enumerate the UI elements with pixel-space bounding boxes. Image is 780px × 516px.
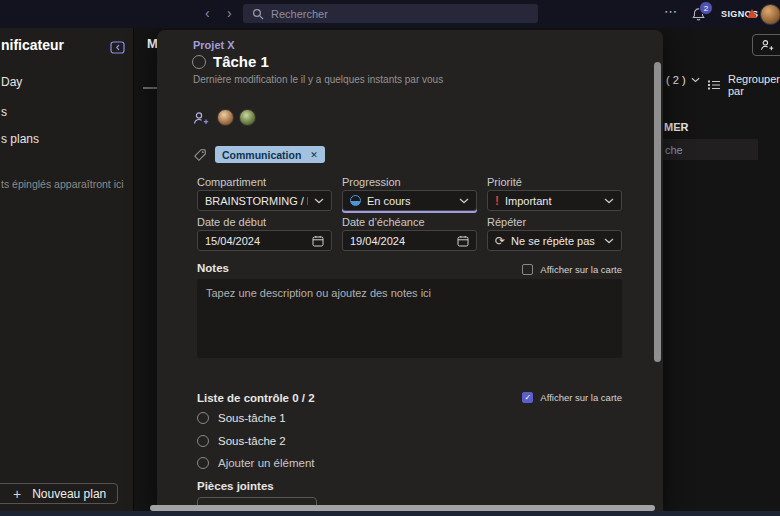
notes-label: Notes <box>197 262 229 274</box>
app-top-bar: ‹ › Rechercher ⋯ 2 SIGNOS <box>0 0 780 28</box>
filter-button[interactable]: ( 2 ) <box>666 74 700 86</box>
task-complete-circle[interactable] <box>192 55 206 69</box>
sidebar-item-my-plans[interactable]: s plans <box>1 132 39 146</box>
bottom-edge-strip <box>0 511 780 516</box>
start-date-field[interactable]: 15/04/2024 <box>197 230 332 251</box>
checklist-item-circle[interactable] <box>197 412 209 424</box>
start-date-value: 15/04/2024 <box>205 235 260 247</box>
share-button[interactable]: P <box>752 34 780 56</box>
task-title[interactable]: Tâche 1 <box>213 53 269 70</box>
notes-textarea[interactable]: Tapez une description ou ajoutez des not… <box>197 279 622 358</box>
tag-remove-icon[interactable]: ✕ <box>310 150 318 160</box>
search-icon <box>252 8 264 20</box>
dialog-scrollbar[interactable] <box>654 62 661 362</box>
group-by-label: Regrouper par <box>728 73 780 97</box>
notification-badge: 2 <box>699 1 713 15</box>
planner-sidebar: nificateur Day s s plans ts épinglés app… <box>0 28 134 511</box>
assignee-avatar[interactable] <box>217 109 234 126</box>
start-date-label: Date de début <box>197 216 266 228</box>
new-plan-label: Nouveau plan <box>32 487 106 501</box>
new-plan-button[interactable]: + Nouveau plan <box>0 483 118 504</box>
more-options-button[interactable]: ⋯ <box>664 4 678 19</box>
checkbox-checked[interactable]: ✓ <box>522 392 533 403</box>
calendar-icon <box>312 235 324 247</box>
bucket-label: Compartiment <box>197 176 266 188</box>
search-input[interactable]: Rechercher <box>243 4 538 23</box>
due-date-field[interactable]: 19/04/2024 <box>342 230 477 251</box>
repeat-icon: ⟳ <box>495 235 505 247</box>
priority-label: Priorité <box>487 176 522 188</box>
assign-person-icon[interactable] <box>193 111 210 125</box>
tag-label: Communication <box>222 149 301 161</box>
chevron-down-icon <box>604 238 614 244</box>
pinned-plans-hint: ts épinglés apparaîtront ici <box>1 178 124 190</box>
last-modified-text: Dernière modification le il y a quelques… <box>193 74 443 85</box>
add-task-input[interactable]: che <box>663 139 758 160</box>
progress-dropdown[interactable]: En cours <box>342 190 477 211</box>
task-title-row: Tâche 1 <box>192 53 269 70</box>
add-task-fragment: che <box>665 144 683 156</box>
repeat-dropdown[interactable]: ⟳ Ne se répète pas <box>487 230 622 251</box>
group-by-button[interactable]: Regrouper par <box>707 73 780 97</box>
warning-icon[interactable] <box>747 9 757 18</box>
progress-label: Progression <box>342 176 401 188</box>
checklist-label: Liste de contrôle 0 / 2 <box>197 392 315 404</box>
notifications-icon[interactable]: 2 <box>691 7 711 23</box>
show-on-card-label: Afficher sur la carte <box>540 392 622 403</box>
collapse-panel-icon[interactable] <box>110 40 125 58</box>
priority-important-icon: ! <box>495 194 499 208</box>
nav-forward-icon[interactable]: › <box>227 5 232 21</box>
teams-planner-screen: ‹ › Rechercher ⋯ 2 SIGNOS nificateur Day… <box>0 0 780 516</box>
notes-show-on-card-checkbox[interactable]: Afficher sur la carte <box>522 264 622 275</box>
person-add-icon <box>760 39 775 51</box>
add-item-label: Ajouter un élément <box>218 457 315 469</box>
repeat-value: Ne se répète pas <box>511 235 595 247</box>
repeat-label: Répéter <box>487 216 526 228</box>
checklist-item-circle[interactable] <box>197 435 209 447</box>
assignee-avatar[interactable] <box>239 109 256 126</box>
priority-value: Important <box>505 195 551 207</box>
assignees-row <box>193 109 256 126</box>
notes-placeholder: Tapez une description ou ajoutez des not… <box>206 287 431 299</box>
checklist-item[interactable]: Sous-tâche 2 <box>197 435 286 447</box>
column-header-fragment: MER <box>664 121 688 133</box>
checkbox-unchecked[interactable] <box>522 264 533 275</box>
checklist-item-label: Sous-tâche 1 <box>218 412 286 424</box>
checklist-item[interactable]: Sous-tâche 1 <box>197 412 286 424</box>
add-item-circle <box>197 457 209 469</box>
task-detail-dialog: Projet X Tâche 1 Dernière modification l… <box>157 30 663 511</box>
sidebar-item-my-tasks[interactable]: s <box>1 105 7 119</box>
attachments-label: Pièces jointes <box>197 480 274 492</box>
labels-row: Communication ✕ <box>193 146 325 163</box>
bucket-value: BRAINSTORMING / IDEATI... <box>205 195 308 207</box>
tag-icon[interactable] <box>193 148 207 162</box>
chevron-down-icon <box>604 198 614 204</box>
checklist-show-on-card-checkbox[interactable]: ✓ Afficher sur la carte <box>522 392 622 403</box>
chevron-down-icon <box>314 198 324 204</box>
sidebar-item-my-day[interactable]: Day <box>1 75 22 89</box>
bucket-dropdown[interactable]: BRAINSTORMING / IDEATI... <box>197 190 332 211</box>
in-progress-icon <box>350 195 361 206</box>
chevron-down-icon <box>691 77 700 83</box>
show-on-card-label: Afficher sur la carte <box>540 264 622 275</box>
plan-name-link[interactable]: Projet X <box>193 39 235 51</box>
checklist-item-label: Sous-tâche 2 <box>218 435 286 447</box>
priority-dropdown[interactable]: ! Important <box>487 190 622 211</box>
workspace-dash <box>143 87 157 89</box>
plus-icon: + <box>13 486 21 502</box>
checklist-add-item[interactable]: Ajouter un élément <box>197 457 315 469</box>
progress-value: En cours <box>367 195 410 207</box>
due-date-value: 19/04/2024 <box>350 235 405 247</box>
user-avatar[interactable] <box>760 4 780 25</box>
calendar-icon <box>457 235 469 247</box>
search-placeholder: Rechercher <box>271 8 328 20</box>
due-date-label: Date d’échéance <box>342 216 425 228</box>
filter-count-label: ( 2 ) <box>666 74 686 86</box>
group-by-icon <box>707 79 721 91</box>
tag-pill-communication[interactable]: Communication ✕ <box>215 146 325 163</box>
nav-back-icon[interactable]: ‹ <box>205 5 210 21</box>
sidebar-app-title: nificateur <box>1 37 64 53</box>
chevron-down-icon <box>459 198 469 204</box>
